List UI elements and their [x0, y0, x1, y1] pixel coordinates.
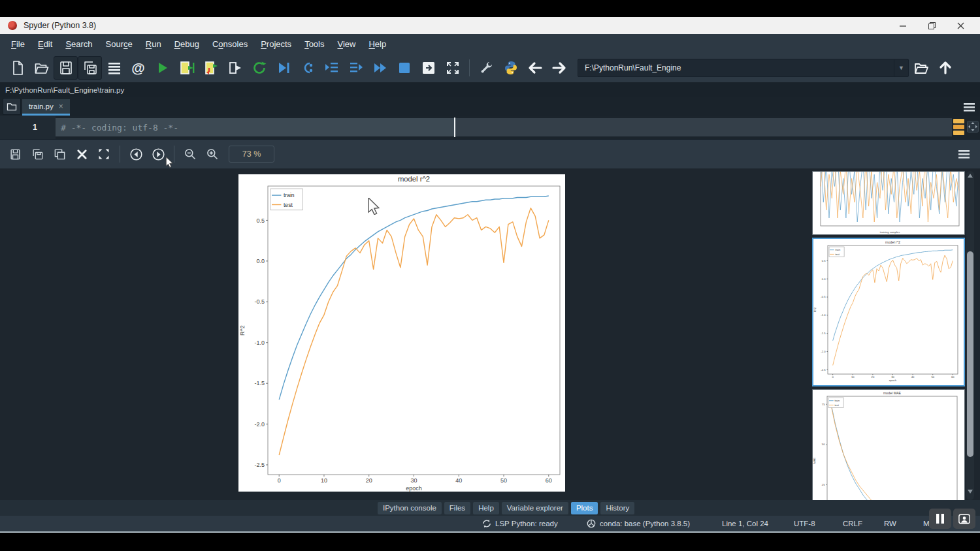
rerun-button[interactable]	[247, 56, 271, 80]
pane-tab-variable-explorer[interactable]: Variable explorer	[502, 502, 568, 514]
lsp-status: LSP Python: ready	[482, 516, 558, 531]
pane-tab-history[interactable]: History	[600, 502, 634, 514]
symbol-finder-button[interactable]: @	[126, 56, 150, 80]
menu-projects[interactable]: Projects	[255, 37, 297, 52]
remove-plot-button[interactable]	[71, 144, 93, 165]
editor-options-menu-icon[interactable]	[964, 103, 975, 112]
back-button[interactable]	[523, 56, 547, 80]
menu-tools[interactable]: Tools	[299, 37, 330, 52]
svg-text:20: 20	[872, 375, 875, 379]
statusbar: LSP Python: ready conda: base (Python 3.…	[0, 516, 980, 533]
svg-text:60: 60	[546, 477, 552, 484]
svg-text:0.0: 0.0	[256, 258, 265, 264]
svg-text:train: train	[835, 248, 840, 251]
letterbox-bottom	[0, 533, 980, 551]
preferences-wrench-button[interactable]	[474, 56, 498, 80]
menu-consoles[interactable]: Consoles	[206, 37, 253, 52]
split-editor-icon[interactable]	[967, 121, 979, 133]
browse-directory-button[interactable]	[909, 56, 933, 80]
editor-tabbar: train.py ×	[0, 97, 980, 116]
continue-button[interactable]	[368, 56, 392, 80]
copy-plot-button[interactable]	[48, 144, 71, 165]
svg-text:30: 30	[891, 375, 894, 379]
thumbnails-scrollbar-handle[interactable]	[967, 251, 973, 457]
save-plot-button[interactable]	[4, 144, 26, 165]
svg-text:test: test	[835, 253, 840, 256]
run-selection-button[interactable]	[223, 56, 247, 80]
step-into-button[interactable]	[319, 56, 344, 80]
run-button[interactable]	[150, 56, 174, 80]
current-line-highlight: # -*- coding: utf-8 -*-	[56, 118, 952, 136]
mouse-cursor	[367, 198, 383, 215]
readwrite-status: RW	[884, 516, 896, 531]
tab-train-py[interactable]: train.py ×	[22, 99, 70, 116]
step-return-button[interactable]	[344, 56, 368, 80]
code-editor[interactable]: 1 # -*- coding: utf-8 -*-	[0, 116, 980, 139]
plots-options-menu-icon[interactable]	[958, 150, 970, 159]
new-file-button[interactable]	[5, 56, 29, 80]
menu-source[interactable]: Source	[100, 37, 139, 52]
open-file-button[interactable]	[29, 56, 54, 80]
forward-button[interactable]	[547, 56, 571, 80]
menu-search[interactable]: Search	[59, 37, 98, 52]
save-all-button[interactable]	[78, 56, 102, 80]
pane-tab-ipython-console[interactable]: IPython console	[378, 502, 442, 514]
combobox-dropdown-icon[interactable]: ▼	[894, 59, 908, 76]
tab-close-icon[interactable]: ×	[59, 102, 63, 111]
lsp-icon	[482, 519, 491, 528]
run-cell-button[interactable]	[174, 56, 199, 80]
previous-plot-button[interactable]	[125, 144, 147, 165]
svg-text:-1.5: -1.5	[254, 380, 265, 386]
zoom-out-button[interactable]	[179, 144, 201, 165]
svg-text:training samples: training samples	[880, 230, 900, 234]
debug-cell-button[interactable]	[295, 56, 319, 80]
menu-help[interactable]: Help	[363, 37, 392, 52]
pane-tab-files[interactable]: Files	[444, 502, 470, 514]
svg-text:train: train	[834, 399, 840, 402]
menu-view[interactable]: View	[331, 37, 361, 52]
svg-text:25: 25	[822, 483, 825, 486]
cursor-position-status: Line 1, Col 24	[722, 516, 768, 531]
text-caret	[454, 118, 455, 137]
maximize-pane-button[interactable]	[416, 56, 440, 80]
webcam-icon	[958, 514, 970, 524]
svg-text:0.0: 0.0	[822, 277, 826, 281]
spyder-logo-icon	[8, 21, 17, 30]
plot-thumbnail-2-selected[interactable]: 01020304050600.50.0-0.5-1.0-1.5-2.0-2.5m…	[812, 238, 965, 386]
scroll-down-icon[interactable]	[968, 490, 973, 494]
parent-directory-button[interactable]	[933, 56, 957, 80]
overlay-webcam-button[interactable]	[953, 509, 975, 529]
overlay-pause-button[interactable]	[929, 509, 951, 529]
run-cell-advance-button[interactable]	[199, 56, 223, 80]
zoom-in-button[interactable]	[201, 144, 223, 165]
eol-status: CRLF	[843, 516, 862, 531]
plot-thumbnail-3[interactable]: 02040600255075model MAEepochMAEtraintest	[812, 389, 965, 500]
fullscreen-button[interactable]	[440, 56, 465, 80]
menu-debug[interactable]: Debug	[169, 37, 205, 52]
fit-plot-button[interactable]	[93, 144, 115, 165]
minimize-button[interactable]	[889, 18, 917, 33]
pane-tab-help[interactable]: Help	[473, 502, 499, 514]
zoom-level-spinbox[interactable]: 73 %	[229, 146, 274, 163]
main-toolbar: @ F:\PythonRun\Fault_Engine ▼	[0, 54, 980, 82]
code-line-1: # -*- coding: utf-8 -*-	[56, 123, 178, 133]
save-all-plots-button[interactable]	[26, 144, 48, 165]
svg-text:-1.0: -1.0	[254, 339, 265, 346]
menu-edit[interactable]: Edit	[32, 37, 58, 52]
python-path-manager-button[interactable]	[498, 56, 523, 80]
scroll-up-icon[interactable]	[968, 174, 973, 178]
working-directory-combobox[interactable]: F:\PythonRun\Fault_Engine ▼	[578, 59, 909, 77]
close-button[interactable]	[946, 18, 975, 33]
debug-file-button[interactable]	[271, 56, 295, 80]
pane-tab-plots[interactable]: Plots	[571, 502, 598, 514]
stop-button[interactable]	[392, 56, 416, 80]
plot-thumbnail-1[interactable]: training samples	[812, 171, 965, 235]
restore-button[interactable]	[917, 18, 946, 33]
file-switcher-button[interactable]	[102, 56, 126, 80]
browse-tabs-button[interactable]	[3, 98, 21, 115]
menu-run[interactable]: Run	[140, 37, 167, 52]
menu-file[interactable]: File	[5, 37, 31, 52]
model-r2-chart: 01020304050600.50.0-0.5-1.0-1.5-2.0-2.5m…	[238, 174, 565, 492]
svg-text:-2.5: -2.5	[254, 462, 265, 468]
save-button[interactable]	[54, 56, 78, 80]
